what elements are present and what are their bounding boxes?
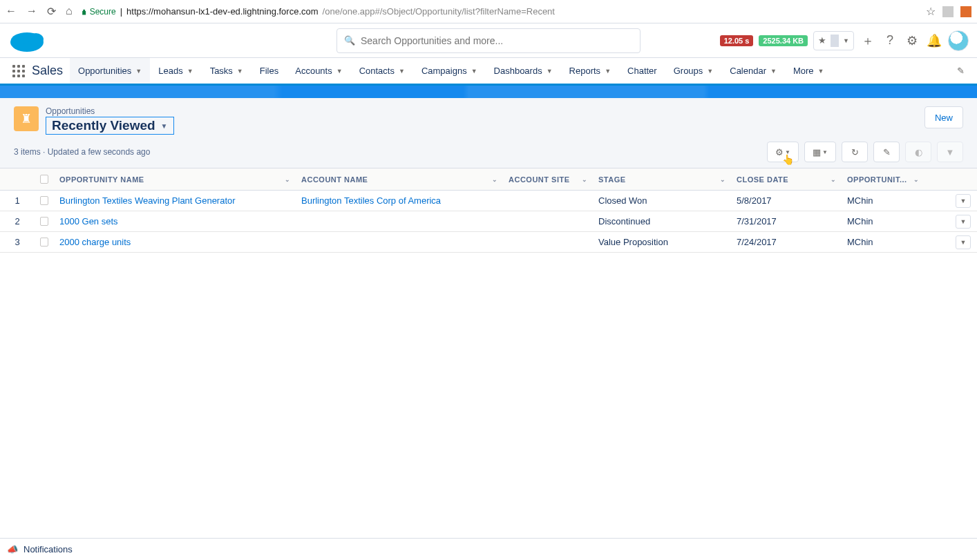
nav-item-accounts[interactable]: Accounts▼ <box>287 58 350 84</box>
page-header: ♜ Opportunities Recently Viewed ▼ New 3 … <box>0 98 977 168</box>
nav-item-opportunities[interactable]: Opportunities▼ <box>70 58 150 84</box>
app-name: Sales <box>32 64 63 78</box>
user-avatar[interactable] <box>948 30 969 51</box>
stage-cell: Value Proposition <box>593 237 731 247</box>
edit-nav-icon[interactable]: ✎ <box>950 58 971 84</box>
row-checkbox[interactable] <box>35 196 54 205</box>
display-as-button[interactable]: ▦▼ <box>804 142 836 162</box>
nav-item-contacts[interactable]: Contacts▼ <box>351 58 413 84</box>
nav-item-label: Files <box>260 66 278 76</box>
list-view-switcher[interactable]: Recently Viewed ▼ <box>46 117 174 135</box>
edit-list-button[interactable]: ✎ <box>873 142 900 162</box>
secure-badge: Secure <box>81 7 116 17</box>
nav-item-calendar[interactable]: Calendar▼ <box>721 58 785 84</box>
column-header-owner[interactable]: OPPORTUNIT...⌄ <box>842 175 924 184</box>
debug-time-pill: 12.05 s <box>720 35 754 46</box>
nav-item-dashboards[interactable]: Dashboards▼ <box>486 58 561 84</box>
list-view-controls-button[interactable]: ⚙▼👆 <box>767 142 799 162</box>
nav-item-label: Accounts <box>295 66 332 76</box>
chevron-down-icon: ⌄ <box>492 176 498 183</box>
nav-item-label: Calendar <box>730 66 766 76</box>
nav-item-label: Chatter <box>627 66 657 76</box>
svg-point-1 <box>11 35 25 47</box>
table-row: 32000 charge unitsValue Proposition7/24/… <box>0 232 977 253</box>
global-search-input[interactable] <box>361 35 633 46</box>
chart-button[interactable]: ◐ <box>905 142 931 162</box>
select-all-header[interactable] <box>35 175 54 184</box>
close-date-cell: 7/31/2017 <box>731 216 842 226</box>
favorites-button[interactable]: ★▼ <box>813 31 854 50</box>
column-header-close-date[interactable]: CLOSE DATE⌄ <box>731 175 842 184</box>
row-number: 1 <box>0 195 35 206</box>
table-row: 21000 Gen setsDiscontinued7/31/2017MChin… <box>0 211 977 232</box>
svg-point-2 <box>28 33 44 46</box>
filter-icon: ▼ <box>946 147 955 157</box>
new-button[interactable]: New <box>924 106 963 128</box>
browser-forward-icon[interactable]: → <box>26 5 37 18</box>
checkbox-icon <box>40 175 48 184</box>
column-header-account-name[interactable]: ACCOUNT NAME⌄ <box>296 175 503 184</box>
salesforce-logo[interactable] <box>8 28 46 53</box>
browser-home-icon[interactable]: ⌂ <box>66 5 73 18</box>
chevron-down-icon: ▼ <box>187 68 193 75</box>
help-icon[interactable]: ? <box>882 33 898 48</box>
chevron-down-icon: ▼ <box>399 68 405 75</box>
opportunity-name-link[interactable]: 2000 charge units <box>59 237 131 247</box>
nav-bar: Sales Opportunities▼Leads▼Tasks▼FilesAcc… <box>0 58 977 86</box>
nav-item-leads[interactable]: Leads▼ <box>150 58 201 84</box>
filter-button[interactable]: ▼ <box>937 142 963 162</box>
nav-item-tasks[interactable]: Tasks▼ <box>202 58 252 84</box>
nav-item-label: Tasks <box>210 66 233 76</box>
row-checkbox[interactable] <box>35 238 54 247</box>
column-header-account-site[interactable]: ACCOUNT SITE⌄ <box>503 175 593 184</box>
row-actions-button[interactable]: ▼ <box>956 194 971 208</box>
chevron-down-icon: ▼ <box>822 149 828 155</box>
global-add-icon[interactable]: ＋ <box>860 32 876 49</box>
table-body: 1Burlington Textiles Weaving Plant Gener… <box>0 191 977 253</box>
app-launcher-icon[interactable] <box>12 65 25 77</box>
nav-item-label: Groups <box>674 66 703 76</box>
column-header-stage[interactable]: STAGE⌄ <box>593 175 731 184</box>
browser-reload-icon[interactable]: ⟳ <box>47 5 56 18</box>
nav-item-label: Dashboards <box>494 66 542 76</box>
row-actions-button[interactable]: ▼ <box>956 215 971 229</box>
nav-item-groups[interactable]: Groups▼ <box>665 58 722 84</box>
address-bar[interactable]: Secure | https://mohansun-lx1-dev-ed.lig… <box>81 6 918 17</box>
setup-gear-icon[interactable]: ⚙ <box>904 33 920 48</box>
nav-item-files[interactable]: Files <box>252 58 287 84</box>
lock-icon <box>81 8 88 15</box>
chevron-down-icon: ⌄ <box>582 176 588 183</box>
opportunity-name-link[interactable]: 1000 Gen sets <box>59 216 118 226</box>
table-icon: ▦ <box>813 147 821 157</box>
close-date-cell: 5/8/2017 <box>731 195 842 206</box>
global-search[interactable]: 🔍 <box>336 28 641 53</box>
notifications-bell-icon[interactable]: 🔔 <box>926 33 942 48</box>
column-header-opportunity-name[interactable]: OPPORTUNITY NAME⌄ <box>54 175 296 184</box>
nav-item-more[interactable]: More▼ <box>785 58 833 84</box>
chevron-down-icon: ▼ <box>471 68 477 75</box>
chevron-down-icon: ⌄ <box>720 176 726 183</box>
close-date-cell: 7/24/2017 <box>731 237 842 247</box>
chevron-down-icon: ⌄ <box>913 176 920 183</box>
table-row: 1Burlington Textiles Weaving Plant Gener… <box>0 191 977 211</box>
extension-2-icon[interactable] <box>960 6 971 17</box>
opportunity-name-link[interactable]: Burlington Textiles Weaving Plant Genera… <box>59 195 236 206</box>
checkbox-icon <box>40 196 48 205</box>
owner-cell: MChin <box>842 237 924 247</box>
debug-size-pill: 2525.34 KB <box>759 35 808 46</box>
account-name-link[interactable]: Burlington Textiles Corp of America <box>301 195 441 206</box>
browser-back-icon[interactable]: ← <box>6 5 17 18</box>
bookmark-star-icon[interactable]: ☆ <box>926 5 936 18</box>
nav-item-chatter[interactable]: Chatter <box>619 58 665 84</box>
nav-item-campaigns[interactable]: Campaigns▼ <box>413 58 486 84</box>
nav-item-reports[interactable]: Reports▼ <box>561 58 619 84</box>
chevron-down-icon: ▼ <box>135 68 142 75</box>
search-icon: 🔍 <box>344 35 355 46</box>
chevron-down-icon: ▼ <box>818 68 824 75</box>
extension-1-icon[interactable] <box>942 6 954 17</box>
row-number: 2 <box>0 216 35 226</box>
row-actions-button[interactable]: ▼ <box>956 235 971 249</box>
row-checkbox[interactable] <box>35 217 54 226</box>
refresh-button[interactable]: ↻ <box>842 142 868 162</box>
stage-cell: Closed Won <box>593 195 731 206</box>
